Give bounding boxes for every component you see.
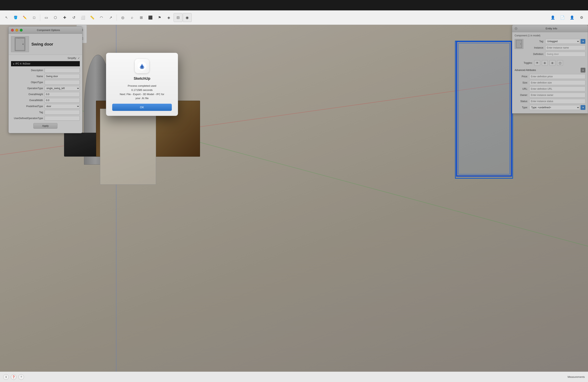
tool-rotate[interactable]: ↺ bbox=[69, 13, 78, 22]
toolbar-right-group: 👤 📄 👤 ⚙ bbox=[548, 13, 586, 22]
toolbar-sep-2 bbox=[117, 14, 117, 21]
status-icons: ℹ ❓ ? bbox=[3, 374, 24, 380]
toolbar-select-group: ↖ 🪣 ✏️ ◻ bbox=[2, 13, 38, 22]
tool-scale[interactable]: ⬜ bbox=[79, 13, 87, 22]
toolbar-sep-1 bbox=[40, 14, 40, 21]
sketchup-dialog: SketchUp Process completed used 0.171585… bbox=[106, 53, 178, 116]
tool-arc[interactable]: ◠ bbox=[97, 13, 106, 22]
tool-rectangle[interactable]: ▭ bbox=[42, 13, 51, 22]
status-help-btn[interactable]: ? bbox=[18, 374, 24, 380]
tool-orbit[interactable]: ◎ bbox=[118, 13, 127, 22]
tool-tag[interactable]: ⚑ bbox=[155, 13, 164, 22]
tool-eraser[interactable]: ◻ bbox=[30, 13, 38, 22]
modal-logo bbox=[135, 59, 149, 73]
tool-pencil[interactable]: ✏️ bbox=[21, 13, 29, 22]
status-info-btn[interactable]: ℹ bbox=[3, 374, 9, 380]
modal-title: SketchUp bbox=[134, 76, 150, 81]
toolbar-shapes-group: ▭ ⬡ ✚ ↺ ⬜ 📏 ◠ ↗ bbox=[42, 13, 115, 22]
tool-select[interactable]: ↖ bbox=[2, 13, 11, 22]
toolbar-view-group: ◎ ⌕ ⊞ ⬛ ⚑ ◈ ⊟ ◉ bbox=[118, 13, 192, 22]
status-question-btn[interactable]: ❓ bbox=[11, 374, 16, 380]
tool-share[interactable]: 📄 bbox=[558, 13, 567, 22]
menu-bar bbox=[0, 0, 588, 10]
main-toolbar: ↖ 🪣 ✏️ ◻ ▭ ⬡ ✚ ↺ ⬜ 📏 ◠ bbox=[0, 10, 588, 25]
sketchup-logo-icon bbox=[137, 61, 147, 71]
tool-settings[interactable]: ⚙ bbox=[577, 13, 586, 22]
tool-component-options[interactable]: ⊟ bbox=[174, 13, 182, 22]
tool-tape[interactable]: 📏 bbox=[88, 13, 97, 22]
tool-solid-tools[interactable]: ◉ bbox=[183, 13, 192, 22]
tool-account[interactable]: 👤 bbox=[567, 13, 576, 22]
tool-paint[interactable]: 🪣 bbox=[11, 13, 20, 22]
tool-follow[interactable]: ↗ bbox=[106, 13, 115, 22]
modal-message: Process completed used 0.171585 seconds … bbox=[120, 84, 164, 100]
tool-zoom-extents[interactable]: ⊞ bbox=[137, 13, 146, 22]
tool-zoom[interactable]: ⌕ bbox=[127, 13, 136, 22]
modal-ok-button[interactable]: OK bbox=[112, 104, 172, 111]
tool-user-profile[interactable]: 👤 bbox=[548, 13, 557, 22]
status-bar: ℹ ❓ ? Measurements bbox=[0, 372, 588, 382]
measurements-label: Measurements bbox=[567, 375, 585, 378]
tool-push-pull[interactable]: ⬡ bbox=[51, 13, 60, 22]
tool-section[interactable]: ⬛ bbox=[146, 13, 155, 22]
tool-move[interactable]: ✚ bbox=[60, 13, 69, 22]
tool-layers[interactable]: ◈ bbox=[164, 13, 173, 22]
modal-overlay: SketchUp Process completed used 0.171585… bbox=[0, 25, 588, 372]
3d-viewport[interactable]: ⊟ ◫ Component Options Swing door bbox=[0, 25, 588, 372]
